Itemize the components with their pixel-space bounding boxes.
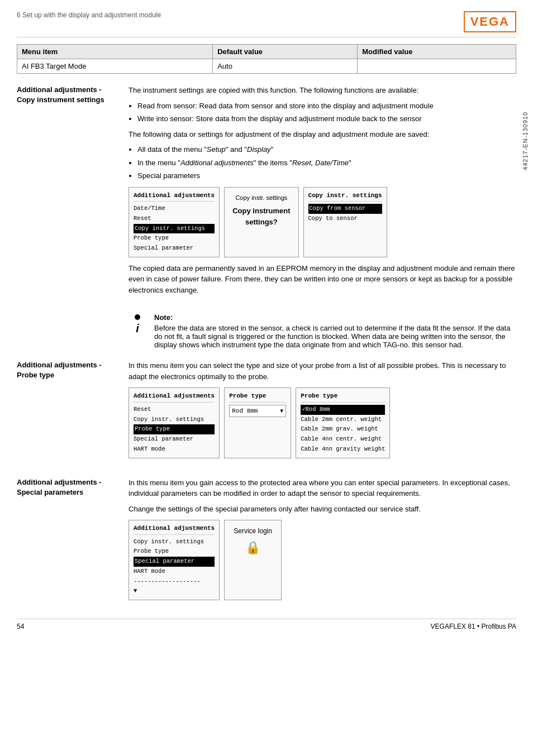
- probe-ui-center-title: Probe type: [229, 391, 286, 403]
- table-cell: [358, 59, 516, 74]
- service-ui-item-1: Copy instr. settings: [134, 537, 215, 547]
- copy-bullet2-2: In the menu "Additional adjustments" the…: [137, 157, 516, 169]
- copy-bullets2: All data of the menu "Setup" and "Displa…: [137, 144, 516, 181]
- probe-text: In this menu item you can select the typ…: [129, 360, 516, 382]
- col-modified-value: Modified value: [358, 45, 516, 59]
- copy-para2: The following data or settings for adjus…: [129, 129, 516, 140]
- table-cell: Auto: [213, 59, 358, 74]
- copy-bullet-2: Write into sensor: Store data from the d…: [137, 113, 516, 125]
- note-title: Note:: [154, 313, 516, 322]
- note-i-icon: i: [136, 322, 139, 335]
- section-copy-label: Additional adjustments -Copy instrument …: [17, 85, 117, 300]
- service-ui-item-4: HART mode: [134, 567, 215, 577]
- copy-ui-item-3: Copy instr. settings: [134, 224, 215, 234]
- probe-ui-left-title: Additional adjustments: [134, 391, 215, 403]
- service-ui-item-6: ▼: [134, 586, 215, 596]
- margin-text: 44217-EN-130910: [522, 112, 529, 170]
- probe-right-item-3: Cable 2mm grav. weight: [301, 424, 385, 434]
- special-para1: In this menu item you gain access to the…: [129, 477, 516, 499]
- probe-dropdown-value: Rod 8mm: [232, 406, 258, 416]
- probe-ui-item-2: Copy instr. settings: [134, 415, 215, 425]
- col-menu-item: Menu item: [17, 45, 213, 59]
- probe-dropdown[interactable]: Rod 8mm ▼: [229, 405, 286, 418]
- probe-ui-item-5: HART mode: [134, 444, 215, 454]
- copy-para3: The copied data are permanently saved in…: [129, 263, 516, 296]
- service-ui-item-2: Probe type: [134, 547, 215, 557]
- note-content: Note: Before the data are stored in the …: [154, 313, 516, 349]
- note-dot: [135, 314, 140, 320]
- probe-right-item-2: Cable 2mm centr. weight: [301, 415, 385, 425]
- probe-ui-left: Additional adjustments Reset Copy instr.…: [129, 387, 220, 458]
- service-login-title: Service login: [234, 526, 272, 536]
- section-copy-content: The instrument settings are copied with …: [129, 85, 516, 300]
- section-copy-instrument: Additional adjustments -Copy instrument …: [17, 85, 516, 300]
- service-ui-left: Additional adjustments Copy instr. setti…: [129, 520, 220, 600]
- copy-ui-item-5: Special parameter: [134, 243, 215, 253]
- copy-bullet-1: Read from sensor: Read data from sensor …: [137, 101, 516, 112]
- page-footer: 54 VEGAFLEX 81 • Profibus PA: [17, 619, 516, 630]
- copy-ui-center: Copy instr. settings Copy instrumentsett…: [224, 187, 298, 257]
- probe-ui-item-4: Special parameter: [134, 434, 215, 444]
- page-number: 54: [17, 623, 24, 630]
- copy-ui-screenshots: Additional adjustments Date/Time Reset C…: [129, 187, 516, 257]
- copy-ui-item-2: Reset: [134, 214, 215, 224]
- service-ui-item-5: -------------------: [134, 577, 215, 587]
- copy-ui-left-title: Additional adjustments: [134, 191, 215, 202]
- service-login-lock-icon: 🔒: [234, 538, 272, 557]
- probe-ui-item-1: Reset: [134, 405, 215, 415]
- service-ui-left-title: Additional adjustments: [134, 524, 215, 535]
- section-special-label: Additional adjustments -Special paramete…: [17, 477, 117, 606]
- copy-ui-right-item-1: Copy from sensor: [308, 204, 382, 214]
- section-special-content: In this menu item you gain access to the…: [129, 477, 516, 606]
- service-ui-item-3: Special parameter: [134, 557, 215, 567]
- section-probe-type: Additional adjustments -Probe type In th…: [17, 360, 516, 463]
- copy-ui-right-title: Copy instr. settings: [308, 191, 382, 202]
- probe-ui-center: Probe type Rod 8mm ▼: [224, 387, 291, 458]
- copy-intro: The instrument settings are copied with …: [129, 85, 516, 96]
- copy-ui-right: Copy instr. settings Copy from sensor Co…: [303, 187, 387, 257]
- dropdown-arrow-icon: ▼: [280, 407, 283, 415]
- service-login-box: Service login 🔒: [224, 520, 282, 600]
- probe-ui-item-3: Probe type: [134, 424, 215, 434]
- copy-bullets: Read from sensor: Read data from sensor …: [137, 101, 516, 125]
- section-probe-label: Additional adjustments -Probe type: [17, 360, 117, 463]
- col-default-value: Default value: [213, 45, 358, 59]
- probe-ui-right-title: Probe type: [301, 391, 385, 403]
- note-text: Before the data are stored in the sensor…: [154, 324, 516, 349]
- note-icon: i: [129, 314, 146, 349]
- logo-area: VEGA: [464, 11, 516, 32]
- section-probe-content: In this menu item you can select the typ…: [129, 360, 516, 463]
- probe-ui-screenshots: Additional adjustments Reset Copy instr.…: [129, 387, 516, 458]
- probe-right-item-4: Cable 4nn centr. weight: [301, 434, 385, 444]
- vega-logo: VEGA: [464, 11, 516, 32]
- service-ui-screenshots: Additional adjustments Copy instr. setti…: [129, 520, 516, 600]
- note-section: i Note: Before the data are stored in th…: [129, 313, 516, 349]
- special-para2: Change the settings of the special param…: [129, 504, 516, 515]
- section-special-params: Additional adjustments -Special paramete…: [17, 477, 516, 606]
- page-header: 6 Set up with the display and adjustment…: [17, 11, 516, 37]
- probe-right-item-1: ✓Rod 8mm: [301, 405, 385, 415]
- product-name: VEGAFLEX 81 • Profibus PA: [431, 623, 516, 630]
- copy-bullet2-1: All data of the menu "Setup" and "Displa…: [137, 144, 516, 155]
- copy-ui-left: Additional adjustments Date/Time Reset C…: [129, 187, 220, 257]
- copy-ui-item-1: Date/Time: [134, 204, 215, 214]
- probe-right-item-5: Cable 4nn gravity weight: [301, 444, 385, 454]
- copy-ui-right-item-2: Copy to sensor: [308, 214, 382, 224]
- table-cell: AI FB3 Target Mode: [17, 59, 213, 74]
- probe-ui-right: Probe type ✓Rod 8mm Cable 2mm centr. wei…: [296, 387, 390, 458]
- menu-table: Menu item Default value Modified value A…: [17, 44, 516, 74]
- copy-ui-item-4: Probe type: [134, 233, 215, 243]
- breadcrumb: 6 Set up with the display and adjustment…: [17, 11, 161, 19]
- copy-ui-center-title: Copy instr. settings: [232, 193, 290, 203]
- copy-bullet2-3: Special parameters: [137, 170, 516, 181]
- copy-ui-center-main: Copy instrumentsettings?: [232, 205, 290, 227]
